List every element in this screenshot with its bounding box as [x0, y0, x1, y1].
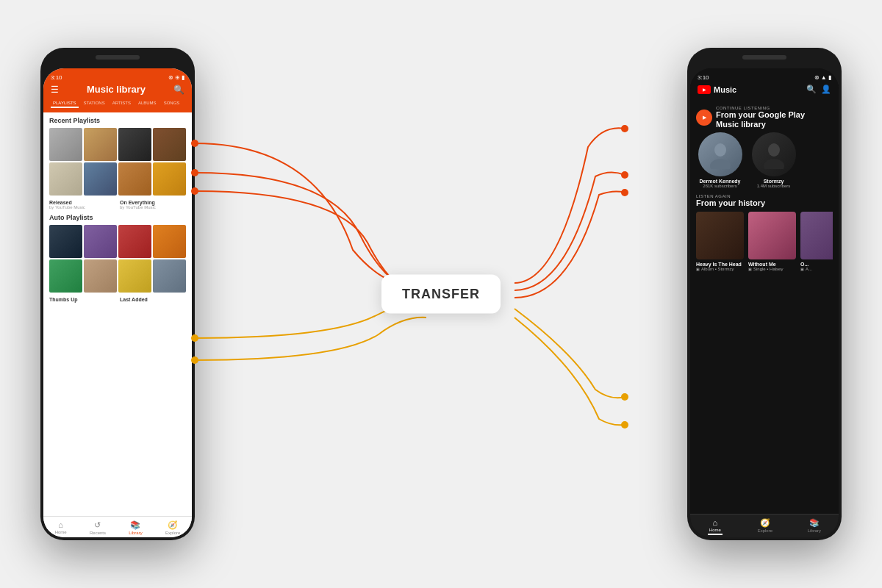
- gpm-time: 3:10: [51, 74, 62, 81]
- yt-logo-text: Music: [714, 85, 736, 94]
- gpm-tabs: PLAYLISTS STATIONS ARTISTS ALBUMS SONGS: [51, 99, 184, 108]
- extra-title: O...: [800, 262, 833, 267]
- from-history-title: From your history: [696, 198, 833, 207]
- gpm-nav-library-label: Library: [129, 531, 142, 535]
- yt-nav-library-label: Library: [808, 528, 821, 533]
- svg-point-10: [714, 143, 726, 157]
- svg-point-5: [621, 125, 628, 132]
- transfer-button[interactable]: TRANSFER: [381, 275, 501, 314]
- playlist-thumbsup[interactable]: Thumbs Up: [49, 297, 115, 302]
- yt-music-logo: Music: [698, 85, 736, 94]
- playlist-lastadded[interactable]: Last Added: [120, 297, 186, 302]
- gpm-bottom-nav: ⌂ Home ↺ Recents 📚 Library 🧭 Explore: [43, 516, 192, 537]
- album-without-me[interactable]: Without Me ▣ Single • Halsey: [748, 212, 796, 271]
- auto-thumb-1: [49, 225, 82, 258]
- recent-playlists-title: Recent Playlists: [49, 117, 186, 124]
- yt-search-icon[interactable]: 🔍: [806, 85, 817, 94]
- svg-point-12: [768, 143, 780, 157]
- auto-thumb-7: [118, 259, 151, 293]
- yt-home-icon: ⌂: [713, 518, 718, 527]
- yt-nav-home-label: Home: [709, 528, 721, 532]
- yt-explore-icon: 🧭: [760, 518, 770, 528]
- auto-thumb-3: [118, 225, 151, 258]
- continue-listening-section: ▶ CONTINUE LISTENING From your Google Pl…: [696, 106, 833, 129]
- recent-grid: [49, 128, 186, 196]
- album-thumb-7: [118, 162, 151, 196]
- album-thumb-8: [153, 162, 186, 196]
- playlist-oneverything-sub: by YouTube Music: [120, 205, 186, 209]
- stormzy-name: Stormzy: [764, 179, 784, 184]
- recent-playlist-pair: Released by YouTube Music On Everything …: [49, 200, 186, 209]
- tab-songs[interactable]: SONGS: [162, 99, 182, 108]
- tab-playlists[interactable]: PLAYLISTS: [51, 99, 79, 108]
- home-icon: ⌂: [58, 520, 63, 529]
- playlist-oneverything-name: On Everything: [120, 200, 186, 205]
- auto-grid: [49, 225, 186, 293]
- yt-nav-explore-label: Explore: [758, 528, 772, 533]
- album-thumb-2: [84, 128, 117, 161]
- tab-albums[interactable]: ALBUMS: [136, 99, 159, 108]
- gpm-nav-home[interactable]: ⌂ Home: [55, 520, 67, 535]
- yt-time: 3:10: [698, 74, 709, 81]
- gpm-library-header: ▶ CONTINUE LISTENING From your Google Pl…: [696, 106, 833, 129]
- album-heavy-head[interactable]: Heavy Is The Head ▣ Album • Stormzy: [696, 212, 744, 271]
- gpm-nav-recents[interactable]: ↺ Recents: [90, 520, 106, 535]
- heavy-head-cover: [696, 212, 744, 259]
- gpm-library-title-line2: Music library: [716, 120, 805, 129]
- left-phone-screen: 3:10 ⊗ ⊕ ▮ ☰ Music library 🔍 PLAYLISTS S…: [43, 68, 192, 537]
- album-thumb-4: [153, 128, 186, 161]
- svg-point-7: [621, 189, 628, 196]
- gpm-nav-explore[interactable]: 🧭 Explore: [165, 520, 180, 535]
- yt-nav-home[interactable]: ⌂ Home: [708, 518, 723, 535]
- tab-artists[interactable]: ARTISTS: [110, 99, 133, 108]
- yt-nav-library[interactable]: 📚 Library: [808, 518, 821, 535]
- artist-item-stormzy[interactable]: Stormzy 1.4M subscribers: [750, 132, 797, 188]
- extra-sub: ▣ A...: [800, 267, 833, 271]
- auto-thumb-4: [153, 225, 186, 258]
- playlist-item-released[interactable]: Released by YouTube Music: [49, 200, 115, 209]
- without-me-cover: [748, 212, 796, 259]
- library-icon: 📚: [130, 520, 140, 530]
- album1-sub-text: Album • Stormzy: [701, 267, 734, 271]
- artist-item-dermot[interactable]: Dermot Kennedy 261K subscribers: [696, 132, 744, 188]
- tab-stations[interactable]: STATIONS: [82, 99, 107, 108]
- gpm-nav-home-label: Home: [55, 530, 67, 534]
- svg-point-6: [621, 171, 628, 179]
- album-extra[interactable]: O... ▣ A...: [800, 212, 833, 271]
- svg-point-11: [710, 159, 731, 169]
- album2-icon: ▣: [748, 267, 752, 271]
- album-thumb-3: [118, 128, 151, 161]
- svg-point-9: [621, 421, 628, 429]
- listen-again-section: LISTEN AGAIN From your history: [696, 194, 833, 207]
- gpm-transfer-icon: ▶: [696, 110, 712, 126]
- playlist-item-oneverything[interactable]: On Everything by YouTube Music: [120, 200, 186, 209]
- album1-icon: ▣: [696, 267, 700, 271]
- explore-icon: 🧭: [168, 520, 178, 530]
- yt-header: 3:10 ⊗ ▲ ▮ Music 🔍 👤: [690, 68, 839, 101]
- yt-nav-explore[interactable]: 🧭 Explore: [758, 518, 772, 535]
- hamburger-icon[interactable]: ☰: [51, 85, 59, 95]
- gpm-nav-explore-label: Explore: [165, 531, 180, 535]
- album-thumb-5: [49, 162, 82, 196]
- yt-account-icon[interactable]: 👤: [821, 85, 831, 94]
- heavy-head-title: Heavy Is The Head: [696, 262, 744, 267]
- auto-thumb-2: [84, 225, 117, 258]
- auto-thumb-6: [84, 259, 117, 293]
- playlist-lastadded-name: Last Added: [120, 297, 186, 302]
- album3-sub-text: A...: [806, 267, 812, 271]
- dermot-name: Dermot Kennedy: [699, 179, 740, 184]
- gpm-search-icon[interactable]: 🔍: [173, 85, 184, 95]
- dermot-subs: 261K subscribers: [703, 184, 736, 188]
- auto-playlists-title: Auto Playlists: [49, 214, 186, 221]
- yt-header-icons: 🔍 👤: [806, 85, 831, 94]
- left-phone: 3:10 ⊗ ⊕ ▮ ☰ Music library 🔍 PLAYLISTS S…: [40, 48, 195, 540]
- artists-row: Dermot Kennedy 261K subscribers: [696, 132, 833, 188]
- yt-status-icons: ⊗ ▲ ▮: [814, 74, 831, 81]
- extra-cover: [800, 212, 833, 259]
- playlist-thumbsup-name: Thumbs Up: [49, 297, 115, 302]
- auto-thumb-8: [153, 259, 186, 293]
- album2-sub-text: Single • Halsey: [753, 267, 783, 271]
- yt-library-icon: 📚: [809, 518, 820, 528]
- svg-point-13: [764, 159, 784, 169]
- gpm-nav-library[interactable]: 📚 Library: [129, 520, 142, 535]
